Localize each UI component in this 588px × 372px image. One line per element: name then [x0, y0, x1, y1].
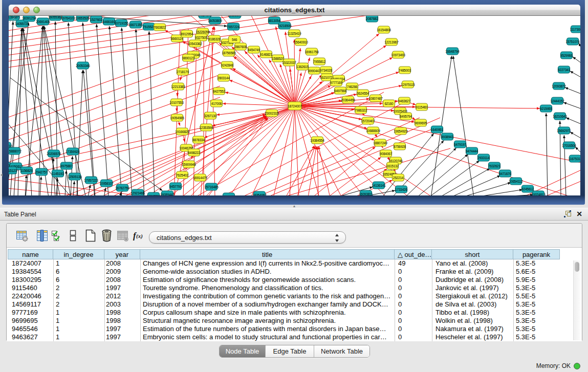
graph-edge[interactable]	[295, 106, 409, 195]
graph-node[interactable]: 1145193	[52, 170, 64, 177]
graph-edge[interactable]	[565, 87, 580, 94]
float-panel-icon[interactable]	[563, 210, 572, 218]
graph-node[interactable]: 17016504	[562, 142, 576, 149]
graph-edge[interactable]	[281, 148, 450, 195]
graph-node[interactable]: 2718179	[177, 68, 189, 75]
graph-node[interactable]: 8878334	[192, 136, 205, 143]
graph-node[interactable]: 12444157	[550, 97, 564, 104]
graph-edge[interactable]	[65, 170, 67, 195]
column-header-out_de[interactable]: △ out_de…	[395, 249, 432, 259]
table-vertical-scrollbar[interactable]	[573, 260, 580, 340]
graph-node[interactable]: 10719155	[114, 19, 128, 27]
graph-node[interactable]: 8990443	[308, 67, 320, 74]
graph-node[interactable]: 19042511	[147, 192, 161, 195]
graph-node[interactable]: 16671355	[128, 21, 143, 28]
splitter-collapse-icon[interactable]	[0, 172, 3, 178]
graph-edge[interactable]	[295, 106, 573, 195]
graph-node[interactable]: 6466160	[103, 18, 115, 25]
graph-node[interactable]: 18391234	[22, 16, 36, 21]
graph-node[interactable]: 9146821	[260, 51, 272, 58]
graph-edge[interactable]	[312, 147, 376, 196]
graph-edge[interactable]	[542, 180, 580, 195]
graph-node[interactable]: 10973493	[391, 51, 405, 58]
graph-node[interactable]: 16089442	[160, 191, 175, 195]
graph-node[interactable]: 19764103	[61, 16, 75, 21]
table-row[interactable]: 1872400712008Changes of HCN gene express…	[8, 259, 566, 268]
table-row[interactable]: 911546021997Tourette syndrome. Phenomeno…	[8, 284, 566, 292]
graph-node[interactable]: 14054071	[198, 16, 212, 18]
graph-edge[interactable]	[579, 43, 580, 50]
graph-edge[interactable]	[417, 154, 468, 195]
graph-node[interactable]: 9084067	[380, 150, 392, 157]
graph-node[interactable]: 1615132	[386, 162, 399, 169]
graph-node[interactable]: 20206578	[47, 150, 61, 157]
table-row[interactable]: 946362711997Embryonic stem cells: a mode…	[8, 333, 566, 341]
graph-node[interactable]: 18125304	[228, 16, 242, 18]
graph-node[interactable]: 12923466	[130, 189, 145, 195]
graph-node[interactable]: 9227341	[558, 66, 570, 73]
graph-node[interactable]: 15888072	[9, 147, 21, 155]
table-row[interactable]: 1938455462009Genome-wide association stu…	[8, 268, 566, 276]
graph-node[interactable]: 7986322	[355, 106, 367, 114]
graph-edge[interactable]	[570, 132, 580, 139]
graph-node[interactable]: 19218506	[277, 22, 292, 29]
table-selector-dropdown[interactable]: citations_edges.txt	[149, 231, 346, 244]
graph-node[interactable]: 18807249	[373, 139, 387, 146]
graph-node[interactable]: 16093811	[359, 190, 373, 195]
graph-node[interactable]: 2803144	[217, 74, 230, 81]
graph-node[interactable]: 15716485	[204, 183, 219, 190]
graph-node[interactable]: 252214	[393, 174, 404, 181]
graph-node[interactable]: 15751074	[565, 38, 580, 45]
graph-node[interactable]: 8938943	[441, 133, 453, 140]
graph-node[interactable]: 14136141	[372, 182, 386, 189]
show-columns-icon[interactable]	[35, 229, 49, 243]
column-header-short[interactable]: short	[432, 249, 513, 259]
graph-node[interactable]: 6479197	[454, 141, 466, 148]
graph-node[interactable]: 2942757	[35, 168, 48, 176]
graph-node[interactable]: 8756928	[394, 143, 406, 150]
graph-edge[interactable]	[453, 56, 474, 195]
tab-node-table[interactable]: Node Table	[220, 345, 265, 358]
graph-node[interactable]: 417006	[211, 100, 223, 107]
delete-column-icon[interactable]	[100, 229, 114, 243]
graph-node[interactable]: 12505135	[68, 173, 82, 180]
graph-node[interactable]: 2933114	[477, 154, 490, 161]
graph-node[interactable]: 12353594	[199, 124, 213, 131]
graph-node[interactable]: 10107553	[169, 99, 184, 106]
graph-node[interactable]: 9457791	[169, 183, 182, 190]
graph-node[interactable]: 11675314	[569, 155, 580, 162]
graph-node[interactable]: 8454749	[248, 46, 260, 53]
graph-node[interactable]: 10958107	[99, 180, 114, 187]
select-rows-icon[interactable]	[50, 229, 64, 243]
graph-node[interactable]: 16055362	[48, 16, 62, 20]
graph-edge[interactable]	[563, 102, 580, 109]
graph-edge[interactable]	[570, 71, 580, 78]
graph-edge[interactable]	[182, 41, 295, 106]
graph-node[interactable]: 746266	[346, 83, 358, 90]
tab-network-table[interactable]: Network Table	[314, 345, 369, 358]
graph-node[interactable]: 11325419	[288, 30, 301, 37]
graph-node[interactable]: 18756585	[222, 49, 236, 56]
graph-node[interactable]: 2867608	[234, 43, 247, 50]
graph-node[interactable]: 15720407	[361, 117, 375, 124]
table-row[interactable]: 1830029562008Estimation of significance …	[8, 276, 566, 284]
graph-node[interactable]: 9529966	[560, 52, 573, 59]
graph-node[interactable]: 23002315	[265, 110, 279, 117]
table-row[interactable]: 1456911722003Disruption of a novel membe…	[8, 300, 566, 309]
graph-node[interactable]: 16914479	[193, 174, 207, 181]
graph-node[interactable]: 7625402	[176, 171, 188, 179]
graph-node[interactable]: 1156829	[20, 167, 33, 174]
new-column-icon[interactable]	[83, 229, 97, 243]
close-panel-icon[interactable]: ✕	[575, 210, 583, 218]
graph-node[interactable]: 2087682	[366, 16, 378, 22]
graph-node[interactable]: 10654112	[509, 178, 523, 185]
graph-edge[interactable]	[295, 106, 364, 195]
graph-edge[interactable]	[14, 171, 15, 195]
graph-node[interactable]: 16782759	[115, 184, 129, 191]
graph-edge[interactable]	[149, 31, 155, 195]
graph-edge[interactable]	[450, 176, 500, 195]
table-options-icon[interactable]	[15, 229, 29, 243]
graph-node[interactable]: 3267130	[204, 112, 216, 119]
graph-node[interactable]: 10543362	[188, 40, 202, 47]
column-header-year[interactable]: year	[104, 249, 140, 259]
